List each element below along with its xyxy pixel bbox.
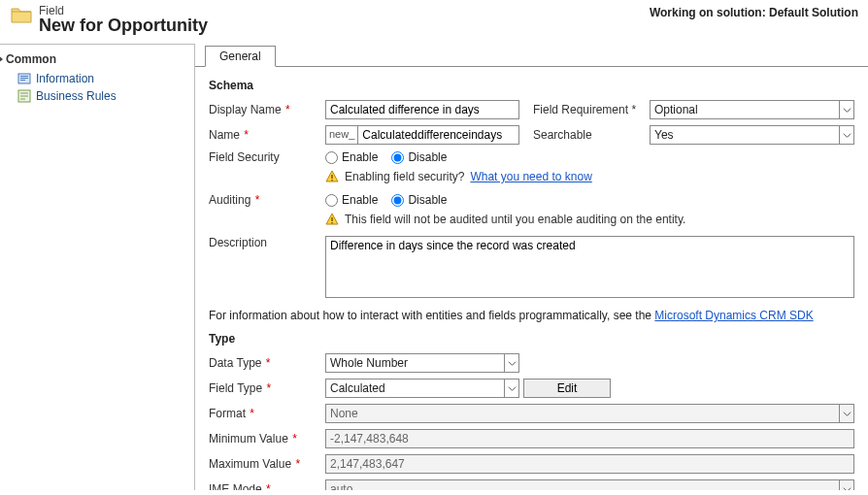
sdk-link[interactable]: Microsoft Dynamics CRM SDK xyxy=(654,309,813,322)
auditing-disable[interactable]: Disable xyxy=(391,193,447,207)
format-select[interactable]: None xyxy=(325,404,854,423)
auditing-label: Auditing * xyxy=(209,193,325,207)
warning-icon xyxy=(325,213,339,226)
field-security-note: Enabling field security? What you need t… xyxy=(325,170,854,183)
page-title: New for Opportunity xyxy=(39,16,208,36)
field-requirement-label: Field Requirement * xyxy=(533,103,650,116)
name-prefix: new_ xyxy=(325,125,357,145)
sidebar-item-business-rules[interactable]: Business Rules xyxy=(0,87,194,105)
section-type: Type xyxy=(209,332,854,346)
data-type-label: Data Type * xyxy=(209,356,325,370)
field-type-select[interactable]: Calculated xyxy=(325,379,519,398)
chevron-down-icon xyxy=(839,125,854,145)
warning-icon xyxy=(325,170,339,183)
content: General Schema Display Name * Field Requ… xyxy=(194,44,868,490)
auditing-group: Enable Disable xyxy=(325,193,447,207)
data-type-select[interactable]: Whole Number xyxy=(325,353,519,373)
name-label: Name * xyxy=(209,128,325,142)
field-security-group: Enable Disable xyxy=(325,150,447,164)
svg-rect-5 xyxy=(331,175,332,179)
sdk-info: For information about how to interact wi… xyxy=(209,309,854,322)
auditing-enable[interactable]: Enable xyxy=(325,193,378,207)
tab-pane: Schema Display Name * Field Requirement … xyxy=(195,67,868,490)
description-input[interactable] xyxy=(325,236,854,298)
min-value-label: Minimum Value * xyxy=(209,432,325,446)
ime-mode-select[interactable]: auto xyxy=(325,479,854,490)
solution-context: Working on solution: Default Solution xyxy=(650,6,858,19)
svg-rect-8 xyxy=(331,222,332,223)
header: Field New for Opportunity Working on sol… xyxy=(0,0,868,44)
svg-rect-6 xyxy=(331,180,332,181)
section-schema: Schema xyxy=(209,79,854,92)
searchable-select[interactable]: Yes xyxy=(650,125,854,145)
header-text: Field New for Opportunity xyxy=(39,4,208,36)
searchable-label: Searchable xyxy=(533,128,650,142)
svg-rect-1 xyxy=(20,76,28,77)
field-security-enable[interactable]: Enable xyxy=(325,150,378,164)
tab-general[interactable]: General xyxy=(205,46,276,67)
security-note-link[interactable]: What you need to know xyxy=(470,170,591,183)
sidebar-item-label: Information xyxy=(36,72,94,85)
edit-button[interactable]: Edit xyxy=(523,379,611,398)
svg-rect-3 xyxy=(20,80,25,81)
chevron-down-icon xyxy=(839,479,854,490)
max-value-label: Maximum Value * xyxy=(209,457,325,471)
max-value-input[interactable] xyxy=(325,454,854,474)
ime-mode-label: IME Mode * xyxy=(209,482,325,490)
field-requirement-select[interactable]: Optional xyxy=(650,100,854,119)
field-security-disable[interactable]: Disable xyxy=(391,150,447,164)
svg-rect-7 xyxy=(331,217,332,221)
auditing-note: This field will not be audited until you… xyxy=(325,213,854,226)
field-security-label: Field Security xyxy=(209,150,325,164)
tabstrip: General xyxy=(195,44,868,67)
min-value-input[interactable] xyxy=(325,429,854,448)
folder-icon xyxy=(10,6,33,25)
rules-icon xyxy=(17,89,31,103)
field-type-label: Field Type * xyxy=(209,381,325,395)
chevron-down-icon xyxy=(839,100,854,119)
svg-rect-2 xyxy=(20,78,28,79)
chevron-down-icon xyxy=(839,404,854,423)
chevron-down-icon xyxy=(504,353,519,373)
name-input[interactable] xyxy=(357,125,519,145)
sidebar-item-information[interactable]: Information xyxy=(0,70,194,87)
sidebar-section-common[interactable]: Common xyxy=(0,50,194,70)
sidebar: Common Information Business Rules xyxy=(0,44,194,490)
chevron-down-icon xyxy=(504,379,519,398)
display-name-input[interactable] xyxy=(325,100,519,119)
display-name-label: Display Name * xyxy=(209,103,325,116)
description-label: Description xyxy=(209,236,325,249)
info-icon xyxy=(17,72,31,85)
sidebar-item-label: Business Rules xyxy=(36,89,117,103)
format-label: Format * xyxy=(209,407,325,420)
